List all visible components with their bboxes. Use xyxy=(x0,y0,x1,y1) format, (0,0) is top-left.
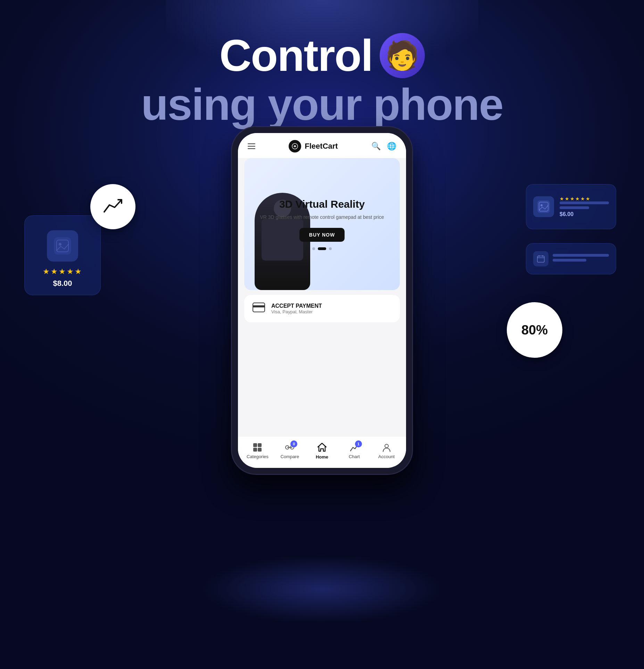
payment-title: ACCEPT PAYMENT xyxy=(271,303,322,309)
dot-1 xyxy=(312,247,315,250)
nav-label-account: Account xyxy=(378,454,395,459)
product-card-right-bottom xyxy=(526,243,616,274)
svg-point-20 xyxy=(385,444,388,448)
logo-area: FleetCart xyxy=(289,140,338,152)
banner-subtitle: VR 3D glasses with remote control gamepa… xyxy=(253,214,391,221)
phone-topbar: FleetCart 🔍 🌐 xyxy=(238,133,406,158)
svg-rect-16 xyxy=(258,448,262,452)
nav-label-compare: Compare xyxy=(280,454,299,459)
phone-mockup: FleetCart 🔍 🌐 xyxy=(232,127,412,474)
nav-icon-categories xyxy=(253,443,262,452)
header-title: Control 🧑 using your phone xyxy=(141,31,503,129)
bottom-navigation: Categories 0 Compare xyxy=(238,436,406,468)
bottom-glow xyxy=(200,554,444,624)
hamburger-menu[interactable] xyxy=(248,143,255,149)
title-control: Control xyxy=(220,31,373,80)
svg-point-5 xyxy=(540,204,543,206)
svg-rect-12 xyxy=(253,305,265,307)
product-card-left: ★★★★★ $8.00 xyxy=(24,215,101,295)
percent-badge: 80% xyxy=(507,302,562,358)
nav-label-chart: Chart xyxy=(349,454,360,459)
nav-icon-compare: 0 xyxy=(285,443,295,452)
nav-label-home: Home xyxy=(316,454,328,460)
calendar-icon-mini xyxy=(533,251,548,266)
buy-now-button[interactable]: BUY NOW xyxy=(299,228,345,242)
product-info-right-bottom xyxy=(553,254,609,264)
product-stars-left: ★★★★★ xyxy=(43,267,83,276)
nav-label-categories: Categories xyxy=(247,454,269,459)
home-icon xyxy=(317,442,327,453)
app-name: FleetCart xyxy=(305,142,338,151)
avatar-badge: 🧑 xyxy=(380,33,425,78)
compare-badge: 0 xyxy=(290,440,297,447)
dot-2[interactable] xyxy=(318,247,326,250)
payment-icon xyxy=(253,303,265,315)
title-line1: Control 🧑 xyxy=(141,31,503,80)
banner-text-area: 3D Virtual Reality VR 3D glasses with re… xyxy=(253,198,391,250)
phone-outer: FleetCart 🔍 🌐 xyxy=(232,127,412,474)
dot-3 xyxy=(329,247,332,250)
svg-rect-15 xyxy=(253,448,257,452)
svg-rect-13 xyxy=(253,443,257,447)
chart-badge: 1 xyxy=(355,440,362,447)
nav-icon-account xyxy=(382,443,391,452)
product-price-left: $8.00 xyxy=(53,279,72,288)
grid-icon xyxy=(253,443,262,452)
svg-rect-6 xyxy=(537,256,544,262)
product-price-right-top: $6.00 xyxy=(560,211,609,217)
payment-text: ACCEPT PAYMENT Visa, Paypal, Master xyxy=(271,303,322,314)
product-info-right-top: ★★★★★★ $6.00 xyxy=(560,196,609,217)
svg-rect-14 xyxy=(258,443,262,447)
nav-icon-chart: 1 xyxy=(349,443,359,452)
payment-subtitle: Visa, Paypal, Master xyxy=(271,309,322,314)
account-icon xyxy=(382,443,391,452)
nav-item-chart[interactable]: 1 Chart xyxy=(342,443,366,459)
payment-section: ACCEPT PAYMENT Visa, Paypal, Master xyxy=(244,295,400,322)
nav-item-home[interactable]: Home xyxy=(310,442,334,460)
nav-item-compare[interactable]: 0 Compare xyxy=(278,443,302,459)
logo-icon xyxy=(289,140,301,152)
product-card-right-top: ★★★★★★ $6.00 xyxy=(526,184,616,229)
main-content: Control 🧑 using your phone ★★★★★ $8.00 xyxy=(0,0,644,669)
title-subtitle: using your phone xyxy=(141,80,503,129)
globe-icon[interactable]: 🌐 xyxy=(387,142,396,151)
phone-banner: 3D Virtual Reality VR 3D glasses with re… xyxy=(244,158,400,290)
nav-item-account[interactable]: Account xyxy=(374,443,399,459)
nav-icon-home xyxy=(317,442,327,453)
nav-item-categories[interactable]: Categories xyxy=(245,443,270,459)
trend-badge xyxy=(90,184,135,229)
banner-title: 3D Virtual Reality xyxy=(253,198,391,210)
svg-point-2 xyxy=(59,243,61,246)
banner-dots xyxy=(253,247,391,250)
phone-inner: FleetCart 🔍 🌐 xyxy=(238,133,406,468)
product-stars-right: ★★★★★★ xyxy=(560,196,609,201)
search-icon[interactable]: 🔍 xyxy=(371,142,381,151)
product-image-right-top xyxy=(533,196,554,217)
percent-value: 80% xyxy=(521,323,548,338)
topbar-icons: 🔍 🌐 xyxy=(371,142,396,151)
product-image-left xyxy=(47,230,78,262)
